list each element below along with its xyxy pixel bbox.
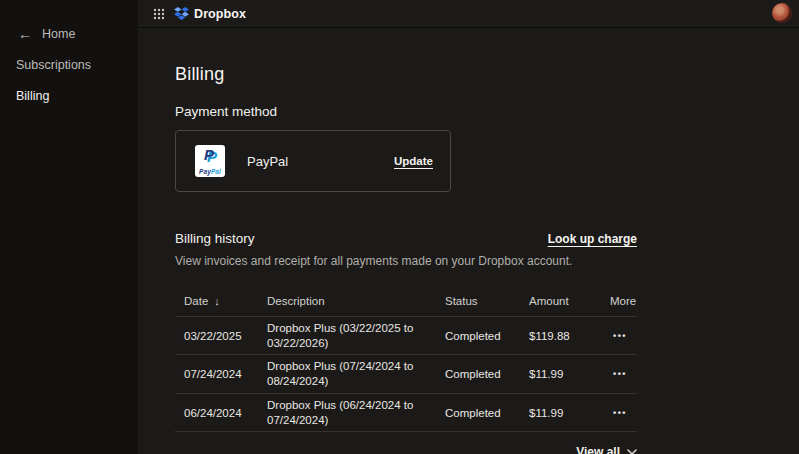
row-more-button[interactable]: ••• <box>610 404 627 422</box>
dropbox-glyph-icon <box>174 7 189 20</box>
invoice-date: 07/24/2024 <box>184 368 267 380</box>
table-header-status: Status <box>445 295 529 307</box>
page-title: Billing <box>175 64 637 85</box>
sidebar: ← Home Subscriptions Billing <box>0 0 138 454</box>
table-header-row: Date ↓ Description Status Amount More <box>175 295 637 317</box>
chevron-down-icon <box>627 449 637 454</box>
paypal-word-pay: Pay <box>199 168 211 175</box>
invoice-description: Dropbox Plus (03/22/2025 to 03/22/2026) <box>267 321 445 350</box>
date-header-label: Date <box>184 295 208 307</box>
sidebar-item-subscriptions[interactable]: Subscriptions <box>16 58 138 72</box>
billing-history-description: View invoices and receipt for all paymen… <box>175 254 637 268</box>
billing-history-heading: Billing history <box>175 231 255 246</box>
invoice-status: Completed <box>445 330 529 342</box>
look-up-charge-link[interactable]: Look up charge <box>548 232 637 246</box>
billing-page: Billing Payment method P P PayPal PayPal… <box>175 28 637 454</box>
invoice-description: Dropbox Plus (06/24/2024 to 07/24/2024) <box>267 398 445 427</box>
row-more-button[interactable]: ••• <box>610 327 627 345</box>
table-header-more: More <box>610 295 637 307</box>
sidebar-item-billing[interactable]: Billing <box>16 89 138 103</box>
billing-history-table: Date ↓ Description Status Amount More 03… <box>175 295 637 454</box>
sidebar-item-home-label: Home <box>42 27 75 41</box>
table-row: 07/24/2024 Dropbox Plus (07/24/2024 to 0… <box>175 355 637 393</box>
avatar[interactable] <box>772 3 792 23</box>
table-header-date[interactable]: Date ↓ <box>184 295 267 307</box>
table-row: 06/24/2024 Dropbox Plus (06/24/2024 to 0… <box>175 394 637 432</box>
table-footer: View all <box>175 432 637 454</box>
view-all-button[interactable]: View all <box>576 445 637 454</box>
sidebar-item-home[interactable]: ← Home <box>18 27 138 41</box>
update-payment-button[interactable]: Update <box>394 155 433 167</box>
payment-method-card: P P PayPal PayPal Update <box>175 130 451 192</box>
invoice-amount: $11.99 <box>529 368 610 380</box>
apps-grid-icon[interactable] <box>146 0 172 28</box>
sort-desc-icon: ↓ <box>214 295 220 307</box>
invoice-status: Completed <box>445 407 529 419</box>
paypal-word-pal: Pal <box>211 168 221 175</box>
grid-dots <box>153 8 165 20</box>
back-arrow-icon: ← <box>18 27 32 41</box>
billing-history-header: Billing history Look up charge <box>175 231 637 246</box>
view-all-label: View all <box>576 445 620 454</box>
sidebar-item-billing-label: Billing <box>16 89 49 103</box>
paypal-monogram-icon: P P <box>195 146 225 166</box>
row-more-button[interactable]: ••• <box>610 365 627 383</box>
invoice-amount: $119.88 <box>529 330 610 342</box>
invoice-date: 03/22/2025 <box>184 330 267 342</box>
paypal-p-navy: P <box>204 147 214 162</box>
payment-provider-name: PayPal <box>247 154 288 169</box>
invoice-amount: $11.99 <box>529 407 610 419</box>
dropbox-wordmark: Dropbox <box>194 7 246 21</box>
payment-method-heading: Payment method <box>175 104 637 119</box>
dropbox-logo[interactable]: Dropbox <box>174 7 246 21</box>
table-row: 03/22/2025 Dropbox Plus (03/22/2025 to 0… <box>175 317 637 355</box>
invoice-date: 06/24/2024 <box>184 407 267 419</box>
paypal-logo-word: PayPal <box>195 168 225 175</box>
table-header-amount: Amount <box>529 295 610 307</box>
table-header-description: Description <box>267 295 445 307</box>
invoice-status: Completed <box>445 368 529 380</box>
topbar: Dropbox <box>138 0 799 28</box>
paypal-logo: P P PayPal <box>195 145 225 177</box>
invoice-description: Dropbox Plus (07/24/2024 to 08/24/2024) <box>267 359 445 388</box>
sidebar-item-subscriptions-label: Subscriptions <box>16 58 91 72</box>
